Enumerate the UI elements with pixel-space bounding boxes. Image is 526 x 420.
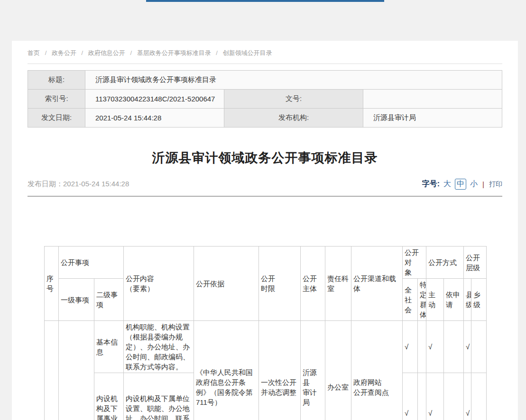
header-level-county: 县 级	[464, 279, 471, 321]
cell-channel: 政府网站 公开查阅点	[351, 321, 403, 420]
top-nav-bar-fragment	[146, 0, 384, 2]
page-title: 沂源县审计领域政务公开事项标准目录	[28, 149, 502, 166]
header-channel: 公开渠道和载 体	[351, 247, 403, 321]
checkmark-level-county: √	[464, 373, 471, 420]
header-method-request: 依申 请	[444, 279, 464, 321]
header-department: 责任科 室	[325, 247, 351, 321]
breadcrumb-separator: /	[45, 49, 47, 56]
meta-docnum-value	[363, 90, 502, 109]
publish-date: 发布日期：2021-05-24 15:44:28	[28, 180, 129, 189]
header-level1: 一级事项	[59, 279, 94, 321]
meta-date-label: 发文日期:	[28, 109, 85, 128]
font-size-tools: 字号: 大 中 小 | 打印	[422, 179, 502, 190]
header-basis: 公开依据	[194, 247, 259, 321]
breadcrumb-gov-info[interactable]: 政府信息公开	[88, 49, 125, 56]
cell-basis: 《中华人民共和国 政府信息公开条 例》（国务院令第 711号）	[194, 321, 259, 420]
meta-row-index: 索引号: 11370323004223148C/2021-5200647 文号:	[28, 90, 502, 109]
meta-docnum-label: 文号:	[224, 90, 363, 109]
checkmark-audience-all: √	[403, 321, 418, 373]
meta-title-value: 沂源县审计领域政务公开事项标准目录	[85, 71, 502, 90]
meta-index-value: 11370323004223148C/2021-5200647	[85, 90, 224, 109]
meta-date-value: 2021-05-24 15:44:28	[85, 109, 224, 128]
checkmark-method-active: √	[426, 373, 444, 420]
cell-department: 办公室	[325, 321, 351, 420]
meta-agency-label: 发布机构:	[224, 109, 363, 128]
header-audience-group: 公开对 象	[403, 247, 426, 279]
checkmark-level-town	[471, 373, 487, 420]
breadcrumb-home[interactable]: 首页	[28, 49, 40, 56]
catalog-table-wrap: 序 号 公开事项 公开内容 （要素） 公开依据 公开 时限 公开 主体 责任科 …	[44, 246, 502, 420]
breadcrumb-zhengwu[interactable]: 政务公开	[52, 49, 76, 56]
checkmark-level-county: √	[464, 321, 471, 373]
breadcrumb-standard-catalog[interactable]: 基层政务公开事项标准目录	[137, 49, 211, 56]
cell-subject: 沂源县 审计局	[301, 321, 325, 420]
cell-level2: 基本信 息	[94, 321, 124, 373]
header-subject: 公开 主体	[301, 247, 325, 321]
checkmark-method-request	[444, 321, 464, 373]
breadcrumb: 首页 / 政务公开 / 政府信息公开 / 基层政务公开事项标准目录 / 创新领域…	[28, 41, 502, 64]
breadcrumb-separator: /	[216, 49, 218, 56]
meta-row-date: 发文日期: 2021-05-24 15:44:28 发布机构: 沂源县审计局	[28, 109, 502, 128]
header-level2: 二级事 项	[94, 279, 124, 321]
publish-info-row: 发布日期：2021-05-24 15:44:28 字号: 大 中 小 | 打印	[28, 179, 502, 197]
header-audience-all: 全社 会	[403, 279, 418, 321]
checkmark-audience-specific	[418, 373, 426, 420]
table-row: 基本信 息 机构职能、机构设置 （根据县委编办规 定）、办公地址、办 公时间、邮…	[45, 321, 487, 373]
cell-level2: 内设机 构及下 属事业 单位	[94, 373, 124, 420]
font-small-button[interactable]: 小	[470, 179, 478, 189]
cell-content: 内设机构及下属单位 设置、职能、办公地 址、办公时间、联系 方式、负责人姓名等	[124, 373, 194, 420]
breadcrumb-innovation-catalog[interactable]: 创新领域公开目录	[223, 49, 272, 56]
font-size-label: 字号:	[422, 179, 440, 189]
meta-index-label: 索引号:	[28, 90, 85, 109]
header-time-limit: 公开 时限	[259, 247, 301, 321]
disclosure-catalog-table: 序 号 公开事项 公开内容 （要素） 公开依据 公开 时限 公开 主体 责任科 …	[44, 246, 487, 420]
cell-seq	[45, 321, 59, 420]
header-method-group: 公开方式	[426, 247, 464, 279]
checkmark-audience-specific	[418, 321, 426, 373]
meta-title-label: 标题:	[28, 71, 85, 90]
checkmark-audience-all: √	[403, 373, 418, 420]
header-audience-specific: 特 定 群 体	[418, 279, 426, 321]
header-method-active: 主 动	[426, 279, 444, 321]
cell-time-limit: 一次性公开 并动态调整	[259, 321, 301, 420]
print-button[interactable]: 打印	[489, 180, 502, 189]
publish-date-label: 发布日期：	[28, 180, 63, 188]
cell-content: 机构职能、机构设置 （根据县委编办规 定）、办公地址、办 公时间、邮政编码、 联…	[124, 321, 194, 373]
checkmark-method-active: √	[426, 321, 444, 373]
publish-date-value: 2021-05-24 15:44:28	[63, 180, 129, 188]
catalog-header-row-1: 序 号 公开事项 公开内容 （要素） 公开依据 公开 时限 公开 主体 责任科 …	[45, 247, 487, 279]
header-level-group: 公开 层级	[464, 247, 487, 279]
meta-row-title: 标题: 沂源县审计领域政务公开事项标准目录	[28, 71, 502, 90]
checkmark-method-request	[444, 373, 464, 420]
checkmark-level-town	[471, 321, 487, 373]
font-medium-button[interactable]: 中	[455, 179, 466, 190]
tools-separator: |	[482, 180, 484, 188]
cell-level1	[59, 321, 94, 420]
header-item-group: 公开事项	[59, 247, 124, 279]
content-card: 首页 / 政务公开 / 政府信息公开 / 基层政务公开事项标准目录 / 创新领域…	[12, 41, 518, 420]
header-seq: 序 号	[45, 247, 59, 321]
font-large-button[interactable]: 大	[443, 179, 451, 189]
document-meta-table: 标题: 沂源县审计领域政务公开事项标准目录 索引号: 1137032300422…	[28, 70, 502, 128]
meta-agency-value: 沂源县审计局	[363, 109, 502, 128]
breadcrumb-separator: /	[130, 49, 132, 56]
header-content: 公开内容 （要素）	[124, 247, 194, 321]
breadcrumb-separator: /	[82, 49, 83, 56]
header-level-town: 乡 级	[471, 279, 487, 321]
